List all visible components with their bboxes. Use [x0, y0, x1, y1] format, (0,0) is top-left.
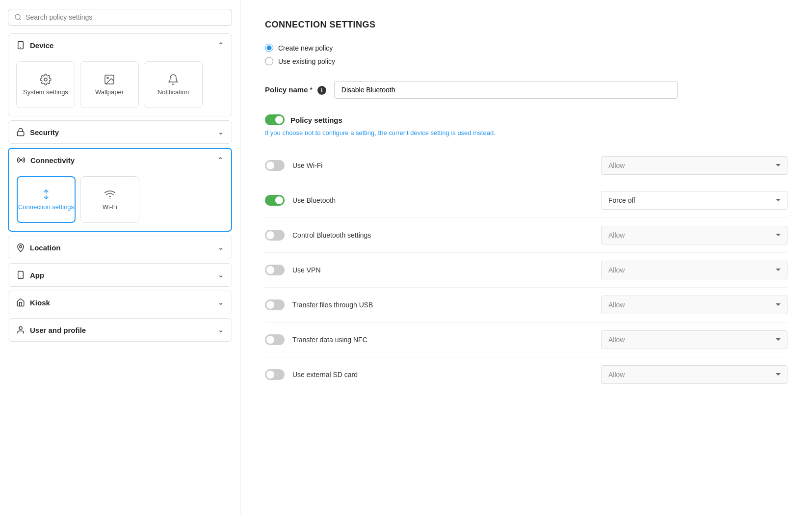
kiosk-icon: [16, 298, 25, 307]
info-icon: i: [317, 86, 326, 95]
svg-rect-7: [17, 132, 24, 136]
toggle-transfer-nfc[interactable]: [265, 334, 285, 345]
toggle-slider-use-vpn: [265, 265, 285, 275]
nav-card-label-wifi: Wi-Fi: [103, 203, 117, 211]
toggle-use-vpn[interactable]: [265, 265, 285, 275]
nav-card-label-connection-settings: Connection settings: [18, 203, 74, 211]
toggle-slider-use-wifi: [265, 160, 285, 171]
setting-dropdown-use-vpn[interactable]: Allow Force off Force on: [601, 261, 787, 279]
nav-section-location: Location ⌄: [8, 236, 232, 259]
nav-section-device: Device ⌃ System settings Wallpaper: [8, 33, 232, 116]
bell-icon: [167, 74, 179, 85]
toggle-transfer-usb[interactable]: [265, 299, 285, 310]
connectivity-icon: [17, 156, 26, 164]
chevron-connectivity: ⌃: [217, 156, 223, 164]
search-icon: [14, 13, 22, 21]
setting-label-control-bluetooth: Control Bluetooth settings: [292, 231, 593, 239]
policy-type-radio-group: Create new policy Use existing policy: [265, 44, 787, 65]
toggle-slider-use-bluetooth: [265, 195, 285, 206]
toggle-slider-policy: [265, 114, 285, 125]
toggle-control-bluetooth[interactable]: [265, 230, 285, 241]
nav-card-wallpaper[interactable]: Wallpaper: [80, 61, 139, 108]
svg-point-8: [21, 160, 22, 161]
toggle-use-wifi[interactable]: [265, 160, 285, 171]
nav-card-system-settings[interactable]: System settings: [16, 61, 75, 108]
nav-header-location[interactable]: Location ⌄: [8, 236, 232, 259]
setting-row-external-sd: Use external SD card Allow Force off For…: [265, 357, 787, 392]
setting-label-transfer-nfc: Transfer data using NFC: [292, 336, 593, 344]
chevron-kiosk: ⌄: [218, 298, 224, 306]
svg-point-6: [107, 77, 108, 79]
policy-settings-header: Policy settings: [265, 114, 787, 125]
toggle-slider-transfer-nfc: [265, 334, 285, 345]
gear-icon: [40, 74, 52, 85]
setting-row-transfer-nfc: Transfer data using NFC Allow Force off …: [265, 323, 787, 357]
image-icon: [104, 74, 115, 85]
search-input[interactable]: [26, 13, 226, 21]
nav-section-user-profile: User and profile ⌄: [8, 318, 232, 342]
toggle-use-bluetooth[interactable]: [265, 195, 285, 206]
nav-header-kiosk[interactable]: Kiosk ⌄: [8, 291, 232, 314]
connectivity-cards: Connection settings Wi-Fi: [9, 171, 231, 231]
nav-card-connection-settings[interactable]: Connection settings: [17, 176, 76, 223]
nav-section-security: Security ⌄: [8, 120, 232, 144]
setting-dropdown-use-wifi[interactable]: Allow Force off Force on: [601, 156, 787, 175]
nav-card-wifi[interactable]: Wi-Fi: [80, 176, 139, 223]
setting-dropdown-transfer-nfc[interactable]: Allow Force off Force on: [601, 330, 787, 349]
policy-settings-desc: If you choose not to configure a setting…: [265, 129, 787, 136]
svg-line-1: [20, 19, 21, 20]
policy-name-row: Policy name * i: [265, 81, 787, 99]
nav-header-security[interactable]: Security ⌄: [8, 121, 232, 143]
setting-row-use-vpn: Use VPN Allow Force off Force on: [265, 253, 787, 288]
policy-name-label: Policy name * i: [265, 85, 326, 95]
wifi-icon: [104, 189, 116, 200]
toggle-slider-control-bluetooth: [265, 230, 285, 241]
setting-row-transfer-usb: Transfer files through USB Allow Force o…: [265, 288, 787, 323]
toggle-slider-transfer-usb: [265, 299, 285, 310]
nav-card-label-wallpaper: Wallpaper: [95, 88, 124, 96]
nav-section-kiosk: Kiosk ⌄: [8, 291, 232, 314]
setting-row-use-bluetooth: Use Bluetooth Allow Force off Force on: [265, 183, 787, 218]
policy-name-input[interactable]: [334, 81, 678, 99]
setting-dropdown-use-bluetooth[interactable]: Allow Force off Force on: [601, 191, 787, 210]
device-cards: System settings Wallpaper Notification: [8, 56, 232, 116]
radio-label-use-existing: Use existing policy: [278, 57, 335, 65]
svg-point-12: [20, 245, 22, 248]
setting-row-control-bluetooth: Control Bluetooth settings Allow Force o…: [265, 218, 787, 253]
sidebar: Device ⌃ System settings Wallpaper: [0, 0, 240, 515]
arrows-icon: [40, 189, 52, 200]
nav-header-device[interactable]: Device ⌃: [8, 34, 232, 56]
setting-label-external-sd: Use external SD card: [292, 371, 593, 379]
radio-create-new[interactable]: Create new policy: [265, 44, 787, 52]
nav-label-location: Location: [30, 244, 61, 252]
nav-header-user-profile[interactable]: User and profile ⌄: [8, 319, 232, 341]
chevron-user-profile: ⌄: [218, 326, 224, 334]
radio-use-existing[interactable]: Use existing policy: [265, 57, 787, 65]
radio-input-use-existing[interactable]: [265, 57, 273, 65]
setting-dropdown-external-sd[interactable]: Allow Force off Force on: [601, 365, 787, 384]
setting-label-use-vpn: Use VPN: [292, 266, 593, 274]
nav-label-device: Device: [30, 41, 53, 50]
settings-list: Use Wi-Fi Allow Force off Force on Use B…: [265, 148, 787, 392]
setting-label-use-bluetooth: Use Bluetooth: [292, 196, 593, 204]
location-icon: [16, 243, 25, 252]
toggle-external-sd[interactable]: [265, 369, 285, 380]
toggle-slider-external-sd: [265, 369, 285, 380]
setting-label-transfer-usb: Transfer files through USB: [292, 301, 593, 309]
nav-label-connectivity: Connectivity: [30, 156, 75, 164]
nav-card-notification[interactable]: Notification: [144, 61, 203, 108]
search-bar[interactable]: [8, 9, 232, 26]
chevron-app: ⌄: [218, 271, 224, 279]
nav-label-user-profile: User and profile: [30, 326, 86, 334]
chevron-location: ⌄: [218, 244, 224, 251]
setting-dropdown-transfer-usb[interactable]: Allow Force off Force on: [601, 296, 787, 314]
setting-label-use-wifi: Use Wi-Fi: [292, 162, 593, 169]
policy-settings-toggle[interactable]: [265, 114, 285, 125]
nav-header-app[interactable]: App ⌄: [8, 264, 232, 286]
device-icon: [16, 41, 25, 50]
radio-input-create-new[interactable]: [265, 44, 273, 52]
setting-dropdown-control-bluetooth[interactable]: Allow Force off Force on: [601, 226, 787, 244]
setting-row-use-wifi: Use Wi-Fi Allow Force off Force on: [265, 148, 787, 183]
nav-header-connectivity[interactable]: Connectivity ⌃: [9, 149, 231, 171]
required-asterisk: *: [310, 86, 312, 94]
